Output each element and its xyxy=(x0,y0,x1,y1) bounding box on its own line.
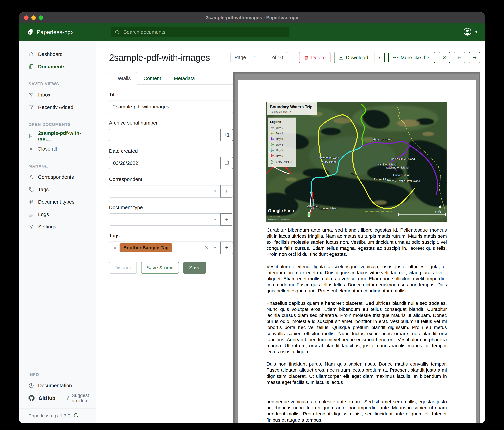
titlebar: 2sample-pdf-with-images - Paperless-ngx xyxy=(19,12,485,23)
title-input[interactable] xyxy=(109,101,233,113)
navbar: Paperless-ngx ▼ xyxy=(19,23,485,41)
question-circle-icon xyxy=(28,383,34,388)
next-document-button[interactable] xyxy=(469,52,480,63)
search-input[interactable] xyxy=(111,27,289,37)
discard-button[interactable]: Discard xyxy=(109,262,137,274)
sidebar-item-suggest-idea[interactable]: Suggest an idea xyxy=(65,393,91,403)
tab-metadata[interactable]: Metadata xyxy=(168,72,201,85)
sidebar-item-label: Documents xyxy=(38,64,65,69)
svg-text:Google: Google xyxy=(268,208,283,213)
svg-text:Boundary Waters Trip: Boundary Waters Trip xyxy=(270,104,313,109)
tags-select[interactable]: ✕ Another Sample Tag ✕ ▼ xyxy=(109,242,220,254)
version-row: Paperless-ngx 1.7.0 xyxy=(19,409,96,423)
add-document-type-button[interactable]: + xyxy=(220,213,233,226)
delete-button[interactable]: Delete xyxy=(299,52,331,63)
detail-tabs: Details Content Metadata xyxy=(109,72,233,85)
page-number-input[interactable] xyxy=(250,55,268,60)
main-content: 2sample-pdf-with-images Page of 10 Delet… xyxy=(96,41,485,423)
svg-text:Hausons Island: Hausons Island xyxy=(373,138,392,141)
sidebar-item-recently-added[interactable]: Recently Added xyxy=(28,102,91,112)
gear-icon xyxy=(28,224,34,230)
sidebar-item-documentation[interactable]: Documentation xyxy=(28,380,91,391)
clear-tags-icon[interactable]: ✕ xyxy=(205,245,209,251)
correspondent-select[interactable]: ▼ xyxy=(109,185,220,197)
brand-name: Paperless-ngx xyxy=(36,29,74,35)
date-created-input[interactable] xyxy=(109,157,220,169)
tags-label: Tags xyxy=(109,233,233,239)
sidebar-item-close-all[interactable]: Close all xyxy=(28,144,91,154)
add-tag-button[interactable]: + xyxy=(220,242,233,254)
tab-details[interactable]: Details xyxy=(109,72,137,85)
sidebar-item-correspondents[interactable]: Correspondents xyxy=(28,172,91,182)
sidebar-item-settings[interactable]: Settings xyxy=(28,222,91,232)
sidebar-item-label: Correspondents xyxy=(38,174,74,180)
person-icon xyxy=(28,174,34,180)
download-button[interactable]: Download xyxy=(334,52,372,63)
sidebar-item-documents[interactable]: Documents xyxy=(28,61,91,72)
svg-text:3 mi: 3 mi xyxy=(435,210,440,213)
chevron-down-icon: ▼ xyxy=(213,218,217,221)
chevron-down-icon: ▼ xyxy=(213,246,217,250)
previous-document-button[interactable] xyxy=(454,52,465,63)
more-like-this-button[interactable]: ••• More like this xyxy=(388,52,435,63)
svg-text:Legend: Legend xyxy=(270,120,281,123)
svg-text:Day 4: Day 4 xyxy=(276,143,283,146)
ellipsis-icon: ••• xyxy=(393,55,398,60)
window-title: 2sample-pdf-with-images - Paperless-ngx xyxy=(206,15,298,20)
sidebar-item-dashboard[interactable]: Dashboard xyxy=(28,49,91,59)
document-type-label: Document type xyxy=(109,205,233,210)
search-box xyxy=(111,27,289,37)
paragraph: Duis non tincidunt purus. Nam quis sapie… xyxy=(266,361,447,385)
svg-text:Charlies Island: Charlies Island xyxy=(319,207,338,210)
lightbulb-icon xyxy=(65,395,70,401)
paragraph: Phasellus dapibus quam a hendrerit place… xyxy=(266,300,447,355)
sidebar-heading-saved-views: SAVED VIEWS xyxy=(28,82,91,86)
info-circle-icon[interactable] xyxy=(74,413,79,419)
filter-icon xyxy=(28,104,34,110)
svg-text:Day 5: Day 5 xyxy=(276,149,283,152)
sidebar-item-logs[interactable]: Logs xyxy=(28,209,91,220)
remove-tag-icon[interactable]: ✕ xyxy=(113,245,117,251)
close-window-button[interactable] xyxy=(24,15,28,20)
svg-text:Washington Island: Washington Island xyxy=(386,166,409,169)
sidebar-item-open-document[interactable]: 2sample-pdf-with-ima... xyxy=(28,130,91,142)
sidebar-item-document-types[interactable]: Document types xyxy=(28,197,91,207)
close-document-button[interactable] xyxy=(439,52,450,63)
svg-text:Earth: Earth xyxy=(284,208,294,213)
sidebar-item-label: Logs xyxy=(38,212,49,217)
user-menu-button[interactable]: ▼ xyxy=(463,27,478,37)
asn-input[interactable] xyxy=(109,129,220,141)
brand-link[interactable]: Paperless-ngx xyxy=(26,28,74,36)
filter-icon xyxy=(28,92,34,98)
svg-text:Half Dog Island: Half Dog Island xyxy=(378,163,396,166)
save-button[interactable]: Save xyxy=(183,262,206,274)
svg-text:Mile Island: Mile Island xyxy=(307,205,320,208)
paragraph: Curabitur bibendum ante urna, sed blandi… xyxy=(266,227,447,257)
github-icon xyxy=(28,395,35,401)
document-type-select[interactable]: ▼ xyxy=(109,213,220,226)
zoom-window-button[interactable] xyxy=(39,15,43,20)
chevron-down-icon: ▼ xyxy=(378,56,381,59)
sidebar-item-label: Close all xyxy=(37,146,57,152)
sidebar-item-label: Inbox xyxy=(38,92,50,98)
asn-plus-one-button[interactable]: +1 xyxy=(220,129,233,141)
tag-icon xyxy=(28,187,34,192)
svg-text:© 2017 Google: © 2017 Google xyxy=(268,216,280,218)
sidebar-item-inbox[interactable]: Inbox xyxy=(28,90,91,100)
pdf-preview-pane[interactable]: Hausons Island New York Island Gary Isla… xyxy=(233,72,480,423)
search-icon xyxy=(115,29,120,35)
download-icon xyxy=(339,55,343,60)
app-window: 2sample-pdf-with-images - Paperless-ngx … xyxy=(19,12,485,423)
save-next-button[interactable]: Save & next xyxy=(141,262,179,274)
tab-content[interactable]: Content xyxy=(137,72,168,85)
map-legend: Legend Day 1 Day 2 Day 3 Day 4 xyxy=(268,118,296,167)
calendar-button[interactable] xyxy=(220,157,233,169)
add-correspondent-button[interactable]: + xyxy=(220,185,233,197)
close-icon xyxy=(28,146,34,151)
download-options-button[interactable]: ▼ xyxy=(375,52,384,63)
app-version: Paperless-ngx 1.7.0 xyxy=(28,413,70,419)
sidebar-item-github[interactable]: GitHub xyxy=(28,393,55,403)
minimize-window-button[interactable] xyxy=(31,15,36,20)
map-text-annotation: Text xyxy=(351,172,359,178)
sidebar-item-tags[interactable]: Tags xyxy=(28,184,91,195)
